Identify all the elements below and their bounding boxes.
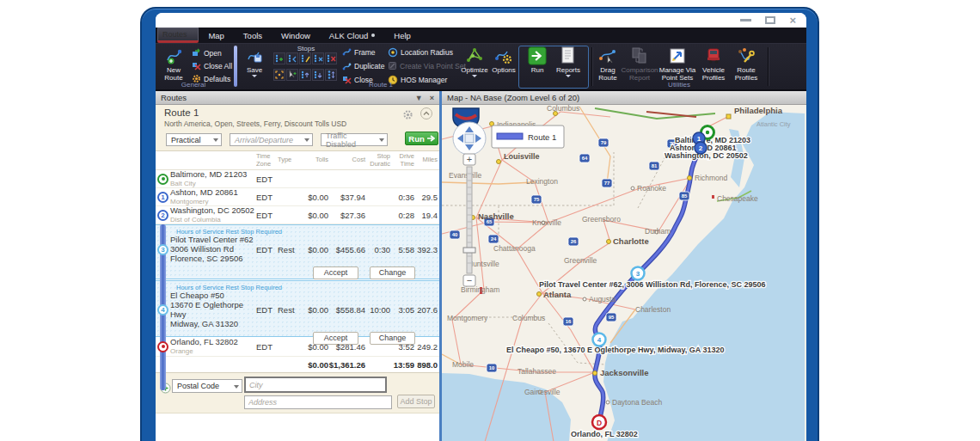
menu-help[interactable]: Help [384, 28, 420, 43]
zoom-handle [463, 248, 475, 253]
map-label-atlanta: Atlanta [543, 290, 572, 299]
create-via-point-set-icon [388, 61, 397, 70]
route-settings-button[interactable] [402, 108, 413, 124]
map-label-chesapeake: Chesapeake [717, 194, 758, 203]
ribbon-separator [768, 47, 769, 86]
minimize-icon [740, 19, 751, 21]
map-label-atlantic-city: Atlantic City [756, 120, 791, 128]
open-button[interactable]: Open [192, 48, 222, 58]
manage-via-point-sets-button[interactable]: Manage Via Point Sets [658, 46, 696, 82]
minimize-button[interactable] [740, 19, 751, 21]
map-canvas[interactable]: 70 79 64 81 77 85 75 65 40 24 26 [442, 105, 806, 441]
routes-panel-titlebar: Routes ▼ × [156, 91, 439, 105]
table-row[interactable]: Orlando, FL 32802Orange EDT $0.00 $281.4… [156, 337, 439, 357]
stops-edit-button[interactable] [299, 52, 311, 64]
add-stop-section: Postal Code Add Stop [156, 373, 439, 413]
address-input[interactable] [244, 395, 392, 409]
duplicate-button[interactable]: Duplicate [342, 61, 384, 70]
svg-text:79: 79 [601, 140, 607, 145]
ribbon-separator [234, 46, 237, 87]
reports-button[interactable]: Reports [553, 46, 584, 77]
window-titlebar: × [156, 13, 806, 28]
run-route-button[interactable]: Run [405, 132, 438, 145]
map-label-charlotte: Charlotte [613, 236, 649, 246]
alk-cloud-status-dot [371, 34, 375, 37]
close-all-button[interactable]: Close All [192, 61, 232, 70]
change-button[interactable]: Change [370, 266, 415, 279]
save-button[interactable]: Save [242, 46, 267, 77]
stops-insert-button[interactable] [273, 52, 285, 64]
maximize-button[interactable] [765, 16, 775, 24]
new-route-icon [164, 46, 183, 65]
pan-control[interactable] [453, 122, 486, 155]
stop-1-marker-icon: 1 [157, 192, 168, 203]
menu-window[interactable]: Window [272, 28, 320, 43]
route-collapse-button[interactable] [420, 107, 432, 119]
drag-route-button[interactable]: Drag Route [593, 46, 622, 82]
zoom-in-label: + [467, 154, 472, 164]
svg-text:77: 77 [604, 181, 610, 186]
map-label-nashville: Nashville [478, 211, 514, 221]
stops-frame-button[interactable] [273, 69, 285, 81]
add-stop-button[interactable]: Add Stop [397, 395, 435, 408]
route-profiles-button[interactable]: Route Profiles [731, 46, 762, 82]
new-route-button[interactable]: New Route [158, 46, 189, 82]
map-label-louisville: Louisville [504, 152, 540, 161]
svg-text:10: 10 [489, 365, 495, 371]
run-button[interactable]: Run [522, 46, 553, 74]
menu-routes[interactable]: Routes [157, 28, 199, 40]
reports-caret-icon [566, 75, 571, 77]
routing-type-select[interactable]: Practical [166, 133, 222, 146]
stops-pick-button[interactable] [286, 69, 298, 81]
map-label-gainesville: Gainesville [524, 388, 560, 396]
map-marker-destination: D [592, 415, 606, 429]
map-label-lexington: Lexington [526, 177, 558, 186]
accept-button[interactable]: Accept [313, 266, 358, 279]
run-icon [528, 46, 547, 65]
menu-map[interactable]: Map [199, 28, 233, 43]
map-marker-3: 3 [632, 267, 645, 280]
panel-menu-icon[interactable]: ▼ [415, 94, 423, 102]
duplicate-icon [342, 61, 352, 70]
hos-rest-stop-row[interactable]: Hours of Service Rest Stop Required 3 Pi… [156, 224, 439, 279]
map-label-greensboro: Greensboro [582, 215, 621, 224]
svg-text:4: 4 [597, 336, 602, 344]
map-legend[interactable]: Route 1 [492, 126, 564, 148]
map-stop-label-destination: Orlando, FL 32802 [571, 430, 638, 438]
hos-rest-stop-row[interactable]: Hours of Service Rest Stop Required 4 El… [156, 280, 439, 337]
map-marker-4: 4 [593, 334, 606, 346]
maximize-icon [765, 16, 775, 24]
table-row[interactable]: Baltimore, MD 21203Balt City EDT [156, 170, 439, 188]
map-label-daytona-beach: Daytona Beach [612, 398, 662, 407]
stops-delete-all-button[interactable] [325, 52, 337, 64]
frame-button[interactable]: Frame [342, 47, 376, 57]
menu-alk-cloud[interactable]: ALK Cloud [320, 28, 384, 43]
table-row[interactable]: 1 Ashton, MD 20861Montgomery EDT $0.00 $… [156, 188, 439, 206]
vehicle-profiles-button[interactable]: Vehicle Profiles [698, 46, 729, 82]
comparison-report-button: Comparison Report [622, 46, 657, 82]
totals-row: $0.00 $1,361.26 13:59 898.0 [156, 357, 439, 373]
map-svg: 70 79 64 81 77 85 75 65 40 24 26 [442, 105, 805, 441]
svg-text:26: 26 [571, 239, 577, 244]
city-input[interactable] [244, 377, 387, 393]
stops-resequence-button[interactable] [325, 69, 337, 81]
table-row[interactable]: 2 Washington, DC 20502Dist of Columbia E… [156, 206, 439, 224]
stops-reverse-button[interactable] [286, 52, 298, 64]
panel-close-icon[interactable]: × [430, 94, 434, 102]
map-label-knoxville: Knoxville [532, 218, 561, 227]
svg-text:16: 16 [566, 319, 572, 324]
stops-delete-button[interactable] [312, 52, 324, 64]
optimize-button[interactable]: Optimize [459, 46, 490, 77]
stops-move-up-button[interactable] [299, 69, 311, 81]
routes-panel: Routes ▼ × Route 1 North America, Open, … [156, 91, 439, 441]
menu-tools[interactable]: Tools [234, 28, 272, 43]
stop-type-select[interactable]: Postal Code [172, 379, 242, 393]
arrival-departure-select[interactable]: Arrival/Departure [230, 133, 313, 146]
stops-move-down-button[interactable] [312, 69, 324, 81]
traffic-select[interactable]: Traffic Disabled [321, 133, 388, 146]
close-button[interactable]: × [789, 16, 796, 25]
map-panel-titlebar: Map - NA Base (Zoom Level 6 of 20) [442, 91, 806, 105]
location-radius-button[interactable]: Location Radius [388, 47, 453, 58]
options-button[interactable]: Options [488, 46, 519, 74]
map-label-columbus-oh: Columbus [547, 105, 579, 113]
